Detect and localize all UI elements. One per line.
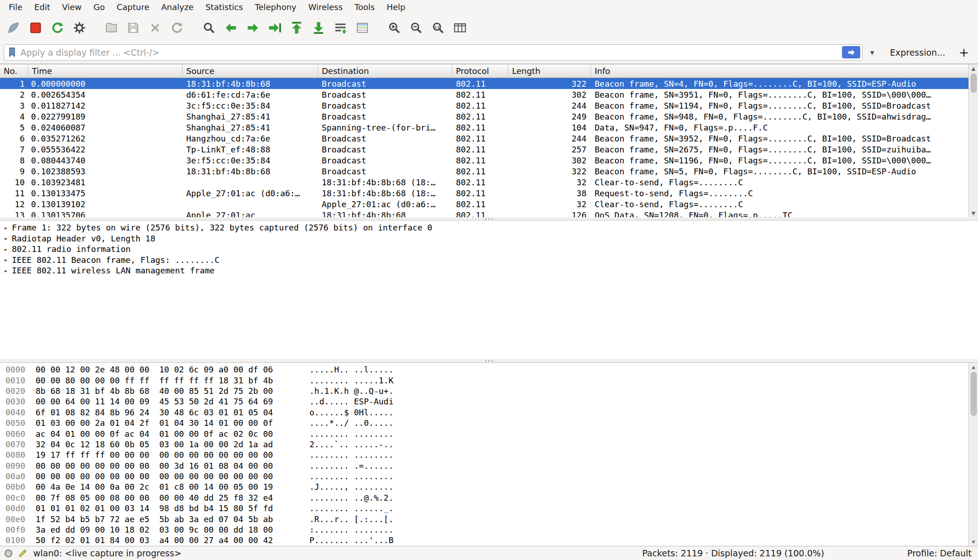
hex-row[interactable]: 00b0 00 4a 0e 14 00 0a 00 2c 01 c8 00 14…: [0, 481, 978, 492]
hex-row[interactable]: 0050 01 03 00 00 2a 01 04 2f 01 04 30 14…: [0, 418, 978, 428]
packet-row[interactable]: 10 0.103923481 18:31:bf:4b:8b:68 (18:… 8…: [0, 177, 978, 188]
scroll-up-icon[interactable]: ▲: [972, 64, 975, 73]
hex-row[interactable]: 0080 19 17 ff ff ff 00 00 00 00 00 00 00…: [0, 450, 978, 460]
menu-item[interactable]: Tools: [349, 1, 381, 13]
column-header[interactable]: No.: [0, 64, 28, 78]
resize-columns-button[interactable]: [450, 18, 470, 38]
detail-tree-row[interactable]: ▸ Frame 1: 322 bytes on wire (2576 bits)…: [0, 222, 978, 233]
expert-info-icon[interactable]: [5, 550, 12, 557]
stop-capture-button[interactable]: [26, 18, 46, 38]
detail-tree-row[interactable]: ▸ IEEE 802.11 Beacon frame, Flags: .....…: [0, 255, 978, 266]
scroll-up-icon[interactable]: ▲: [972, 363, 975, 371]
column-header[interactable]: Source: [183, 64, 318, 78]
menu-item[interactable]: Wireless: [302, 1, 348, 13]
capture-file-properties-icon[interactable]: [18, 548, 28, 558]
profile-text[interactable]: Profile: Default: [907, 548, 972, 558]
expander-icon[interactable]: ▸: [0, 267, 12, 274]
hex-row[interactable]: 0030 00 00 64 00 11 14 00 09 45 53 50 2d…: [0, 396, 978, 407]
menu-item[interactable]: View: [56, 1, 88, 13]
hex-row[interactable]: 0040 6f 01 08 82 84 8b 96 24 30 48 6c 03…: [0, 407, 978, 418]
reload-file-button[interactable]: [167, 18, 187, 38]
expression-button[interactable]: Expression...: [882, 47, 951, 58]
hex-row[interactable]: 0060 ac 04 01 00 00 0f ac 04 01 00 00 0f…: [0, 428, 978, 439]
packet-row[interactable]: 1 0.000000000 18:31:bf:4b:8b:68 Broadcas…: [0, 78, 978, 89]
packet-row[interactable]: 6 0.035271262 Hangzhou_cd:7a:6e Broadcas…: [0, 133, 978, 144]
menu-item[interactable]: Statistics: [199, 1, 249, 13]
detail-tree-row[interactable]: ▸ IEEE 802.11 wireless LAN management fr…: [0, 265, 978, 276]
open-file-button[interactable]: [101, 18, 121, 38]
find-packet-button[interactable]: [199, 18, 219, 38]
expander-icon[interactable]: ▸: [0, 235, 12, 242]
scroll-down-icon[interactable]: ▼: [972, 209, 975, 217]
hex-row[interactable]: 0000 00 00 12 00 2e 48 00 00 10 02 6c 09…: [0, 364, 978, 375]
detail-tree-row[interactable]: ▸ 802.11 radio information: [0, 244, 978, 255]
hex-row[interactable]: 0020 8b 68 18 31 bf 4b 8b 68 40 00 85 51…: [0, 386, 978, 396]
expander-icon[interactable]: ▸: [0, 246, 12, 253]
filter-dropdown-chevron[interactable]: ▾: [866, 48, 878, 57]
filter-bookmark-icon[interactable]: [8, 47, 17, 58]
filter-apply-button[interactable]: [842, 46, 860, 58]
restart-capture-button[interactable]: [47, 18, 68, 38]
go-first-packet-button[interactable]: [287, 18, 307, 38]
pane-splitter-bottom[interactable]: ⋯: [0, 359, 978, 362]
go-forward-button[interactable]: [243, 18, 263, 38]
packet-row[interactable]: 5 0.024060087 Shanghai_27:85:41 Spanning…: [0, 122, 978, 133]
menu-item[interactable]: Go: [88, 1, 111, 13]
go-back-button[interactable]: [221, 18, 241, 38]
packet-row[interactable]: 9 0.102388593 18:31:bf:4b:8b:68 Broadcas…: [0, 166, 978, 177]
go-last-packet-button[interactable]: [309, 18, 329, 38]
packet-row[interactable]: 13 0.130135706 Apple_27:01:ac 18:31:bf:4…: [0, 209, 978, 217]
cell-time: 0.130139102: [28, 199, 183, 209]
cell-time: 0.011827142: [28, 101, 183, 110]
packet-row[interactable]: 4 0.022799189 Shanghai_27:85:41 Broadcas…: [0, 111, 978, 122]
auto-scroll-button[interactable]: [330, 18, 350, 38]
hex-row[interactable]: 0100 50 f2 02 01 01 84 00 03 a4 00 00 27…: [0, 535, 978, 545]
expander-icon[interactable]: ▸: [0, 256, 12, 263]
column-header[interactable]: Destination: [318, 64, 452, 78]
hex-row[interactable]: 00a0 00 00 00 00 00 00 00 00 00 00 00 00…: [0, 471, 978, 481]
menu-item[interactable]: Telephony: [249, 1, 302, 13]
colorize-packets-button[interactable]: [352, 18, 372, 38]
menu-item[interactable]: Analyze: [155, 1, 199, 13]
column-header[interactable]: Info: [591, 64, 978, 78]
packet-row[interactable]: 8 0.080443740 3e:f5:cc:0e:35:84 Broadcas…: [0, 155, 978, 166]
hex-row[interactable]: 0090 00 00 00 00 00 00 00 00 00 3d 16 01…: [0, 461, 978, 471]
packet-row[interactable]: 3 0.011827142 3c:f5:cc:0e:35:84 Broadcas…: [0, 100, 978, 111]
zoom-in-button[interactable]: [384, 18, 404, 38]
packet-row[interactable]: 7 0.055536422 Tp-LinkT_ef:48:88 Broadcas…: [0, 144, 978, 155]
column-header[interactable]: Protocol: [452, 64, 508, 78]
cell-time: 0.035271262: [28, 134, 183, 143]
capture-options-gear-icon: [73, 21, 86, 35]
capture-options-button[interactable]: [69, 18, 89, 38]
hex-row[interactable]: 00c0 00 7f 08 05 00 08 00 00 00 00 40 dd…: [0, 492, 978, 503]
scroll-down-icon[interactable]: ▼: [972, 538, 975, 546]
menu-item[interactable]: Edit: [28, 1, 56, 13]
close-file-button[interactable]: [145, 18, 165, 38]
hex-row[interactable]: 00f0 3a ed dd 09 00 10 18 02 03 00 9c 00…: [0, 524, 978, 535]
go-to-packet-button[interactable]: [265, 18, 285, 38]
hex-row[interactable]: 00d0 01 01 01 02 01 00 03 14 98 d8 bd b4…: [0, 503, 978, 513]
scrollbar-thumb[interactable]: [971, 73, 977, 93]
menu-item[interactable]: Help: [381, 1, 411, 13]
save-file-button[interactable]: [123, 18, 143, 38]
zoom-original-button[interactable]: 1:1: [428, 18, 448, 38]
menu-item[interactable]: Capture: [111, 1, 156, 13]
packet-row[interactable]: 2 0.002654354 d6:61:fe:cd:7a:6e Broadcas…: [0, 89, 978, 100]
hex-row[interactable]: 0070 32 04 0c 12 18 60 0b 05 03 00 1a 00…: [0, 439, 978, 450]
packet-row[interactable]: 11 0.130133475 Apple_27:01:ac (d0:a6:… 1…: [0, 188, 978, 199]
start-capture-button[interactable]: [4, 18, 24, 38]
display-filter-input[interactable]: [21, 47, 838, 58]
hex-row[interactable]: 00e0 1f 52 b4 b5 b7 72 ae e5 5b ab 3a ed…: [0, 513, 978, 524]
column-header[interactable]: Time: [28, 64, 183, 78]
detail-tree-row[interactable]: ▸ Radiotap Header v0, Length 18: [0, 233, 978, 244]
menu-item[interactable]: File: [3, 1, 28, 13]
hex-row[interactable]: 0010 00 00 80 00 00 00 ff ff ff ff ff ff…: [0, 375, 978, 385]
hex-pane-scrollbar[interactable]: ▲ ▼: [968, 363, 978, 546]
zoom-out-button[interactable]: [406, 18, 426, 38]
packet-row[interactable]: 12 0.130139102 Apple_27:01:ac (d0:a6:… 8…: [0, 199, 978, 209]
packet-list-scrollbar[interactable]: ▲ ▼: [968, 64, 978, 217]
expander-icon[interactable]: ▸: [0, 224, 12, 231]
scrollbar-thumb[interactable]: [971, 372, 977, 416]
filter-add-button[interactable]: +: [954, 46, 973, 59]
column-header[interactable]: Length: [508, 64, 591, 78]
